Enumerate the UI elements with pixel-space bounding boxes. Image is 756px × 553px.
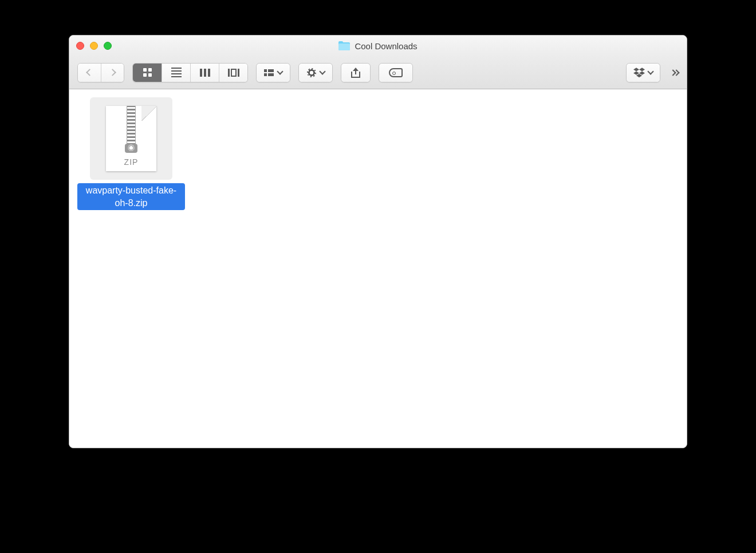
window-controls [76,42,112,50]
finder-window: Cool Downloads [69,35,687,448]
close-button[interactable] [76,42,84,50]
chevron-down-icon [277,68,283,74]
file-item[interactable]: ZIP wavparty-busted-fake-oh-8.zip [77,97,185,210]
zoom-button[interactable] [104,42,112,50]
window-title: Cool Downloads [355,41,417,51]
chevron-down-icon [319,68,325,74]
folder-icon [338,41,350,50]
gear-icon [307,68,316,77]
view-icon-button[interactable] [133,64,162,82]
chevron-down-icon [647,68,653,74]
tags-button[interactable] [379,64,412,82]
share-button[interactable] [341,64,370,82]
tag-icon [389,68,403,77]
file-name-label[interactable]: wavparty-busted-fake-oh-8.zip [77,183,185,210]
file-ext-label: ZIP [106,157,156,167]
nav-history [77,63,124,82]
chevron-right-icon [109,69,116,76]
view-coverflow-button[interactable] [219,64,247,82]
view-mode-group [132,63,248,82]
window-title-area: Cool Downloads [69,41,687,51]
chevron-left-icon [86,69,93,76]
forward-button[interactable] [101,64,124,82]
group-by [256,63,290,82]
group-icon [264,69,274,76]
zip-document-icon: ZIP [106,106,156,171]
share [341,63,371,82]
dropbox-button[interactable] [627,64,660,82]
dropbox [626,63,660,82]
tags [379,63,413,82]
view-list-button[interactable] [162,64,190,82]
file-grid[interactable]: ZIP wavparty-busted-fake-oh-8.zip [69,89,687,448]
svg-marker-0 [633,68,639,71]
file-thumbnail[interactable]: ZIP [90,97,172,180]
view-columns-button[interactable] [190,64,219,82]
back-button[interactable] [78,64,101,82]
action-menu-button[interactable] [299,64,332,82]
group-by-button[interactable] [257,64,290,82]
action-menu [298,63,333,82]
share-icon [351,68,360,78]
titlebar[interactable]: Cool Downloads [69,35,687,56]
dropbox-icon [633,68,645,78]
coverflow-icon [228,69,239,77]
toolbar-overflow-button[interactable] [671,70,679,75]
grid-icon [143,68,152,77]
toolbar [69,56,687,89]
minimize-button[interactable] [90,42,98,50]
list-icon [171,68,182,77]
columns-icon [200,69,210,77]
svg-marker-1 [639,68,645,71]
